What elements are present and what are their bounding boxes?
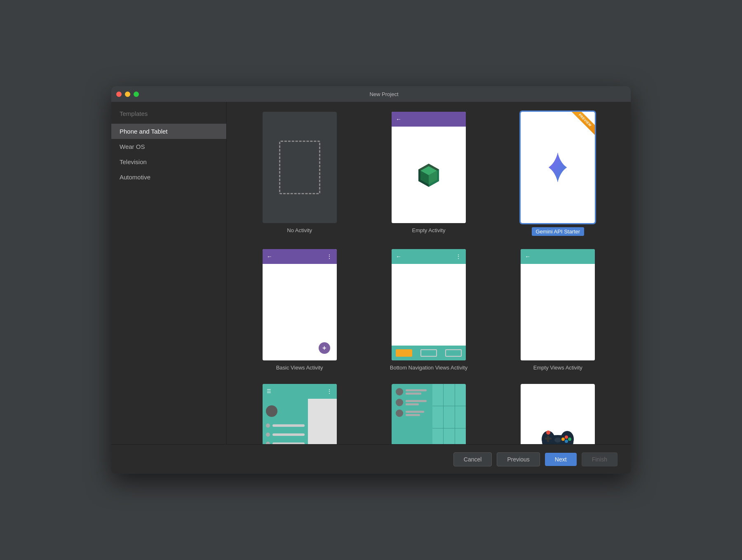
minimize-button[interactable]	[125, 92, 130, 97]
svg-point-15	[565, 435, 568, 439]
template-nav-drawer-activity[interactable]: ☰ ⋮	[240, 384, 359, 444]
drawer-row-1	[266, 424, 305, 428]
svg-point-18	[561, 438, 565, 441]
previous-button[interactable]: Previous	[497, 452, 540, 466]
dialog-footer: Cancel Previous Next Finish	[111, 444, 631, 474]
back-arrow-icon: ←	[396, 116, 402, 122]
drawer-item-label	[272, 442, 305, 444]
svg-rect-14	[547, 435, 549, 442]
svg-point-16	[568, 438, 571, 441]
maximize-button[interactable]	[134, 92, 139, 97]
drawer-item-label	[272, 424, 305, 427]
templates-grid: No Activity ←	[227, 102, 631, 444]
overflow-menu-icon: ⋮	[456, 253, 462, 260]
app-bar-teal: ←	[521, 249, 595, 264]
sidebar-item-automotive[interactable]: Automotive	[111, 169, 226, 185]
app-bar-purple: ←	[392, 112, 466, 127]
drawer-content	[263, 399, 337, 444]
cancel-button[interactable]: Cancel	[453, 452, 492, 466]
gamepad-icon	[539, 427, 576, 444]
template-preview-responsive	[392, 384, 466, 444]
drawer-item-icon	[266, 442, 270, 444]
drawer-avatar	[266, 405, 277, 417]
app-content	[392, 127, 466, 223]
bottom-nav-item-1	[396, 349, 412, 357]
main-content: No Activity ←	[227, 102, 631, 444]
preview-badge: PREVIEW	[566, 112, 595, 141]
drawer-row-3	[266, 442, 305, 444]
sidebar-item-wear-os[interactable]: Wear OS	[111, 139, 226, 154]
back-arrow-icon: ←	[396, 253, 402, 260]
template-basic-views-activity[interactable]: ← ⋮ + Basic Views Activity	[240, 249, 359, 371]
drawer-panel	[263, 399, 308, 444]
template-preview-empty-views: ←	[521, 249, 595, 360]
template-label-empty-activity: Empty Activity	[412, 227, 446, 233]
template-label-no-activity: No Activity	[287, 227, 312, 233]
template-no-activity[interactable]: No Activity	[240, 112, 359, 236]
template-empty-activity[interactable]: ←	[369, 112, 488, 236]
template-empty-views-activity[interactable]: ← Empty Views Activity	[498, 249, 618, 371]
template-preview-basic-views: ← ⋮ +	[263, 249, 337, 360]
template-preview-no-activity	[263, 112, 337, 223]
overflow-menu-icon: ⋮	[326, 388, 333, 395]
template-gemini-api-starter[interactable]: PREVIEW Gemini API Starter	[498, 112, 618, 236]
drawer-item-icon	[266, 433, 270, 437]
drawer-main-content	[308, 399, 337, 444]
drawer-row-2	[266, 433, 305, 437]
svg-point-17	[565, 440, 568, 443]
sidebar: Templates Phone and Tablet Wear OS Telev…	[111, 102, 227, 444]
close-button[interactable]	[116, 92, 122, 97]
template-preview-game	[521, 384, 595, 444]
template-game-activity[interactable]: Game Activity	[498, 384, 618, 444]
svg-point-20	[546, 431, 550, 435]
template-responsive-activity[interactable]: Responsive Activity	[369, 384, 488, 444]
app-bar-teal: ← ⋮	[392, 249, 466, 264]
dialog-title: New Project	[142, 91, 626, 97]
finish-button[interactable]: Finish	[582, 452, 618, 466]
back-arrow-icon: ←	[525, 253, 531, 260]
hamburger-icon: ☰	[267, 388, 271, 394]
sidebar-item-phone-tablet[interactable]: Phone and Tablet	[111, 124, 226, 139]
svg-point-19	[554, 438, 561, 442]
bottom-nav-item-3	[445, 349, 462, 357]
dialog-content: Templates Phone and Tablet Wear OS Telev…	[111, 102, 631, 444]
template-label-basic-views: Basic Views Activity	[276, 365, 323, 371]
android-cube-icon	[414, 160, 443, 189]
template-label-bottom-nav: Bottom Navigation Views Activity	[390, 365, 467, 371]
template-label-empty-views: Empty Views Activity	[533, 365, 582, 371]
titlebar: New Project	[111, 86, 631, 102]
next-button[interactable]: Next	[545, 453, 577, 466]
template-preview-bottom-nav: ← ⋮	[392, 249, 466, 360]
drawer-item-label	[272, 433, 305, 436]
fab-button: +	[319, 342, 330, 354]
overflow-menu-icon: ⋮	[326, 253, 333, 260]
template-preview-nav-drawer: ☰ ⋮	[263, 384, 337, 444]
bottom-nav-bar	[392, 346, 466, 360]
preview-badge-text: PREVIEW	[570, 112, 595, 135]
gemini-star-icon	[541, 151, 574, 184]
new-project-dialog: New Project Templates Phone and Tablet W…	[111, 86, 631, 474]
bottom-nav-item-2	[420, 349, 437, 357]
sidebar-item-television[interactable]: Television	[111, 154, 226, 169]
dashed-rectangle	[279, 141, 320, 194]
template-preview-empty-activity: ←	[392, 112, 466, 223]
drawer-item-icon	[266, 424, 270, 428]
sidebar-header: Templates	[111, 110, 226, 124]
app-bar: ☰ ⋮	[263, 384, 337, 399]
back-arrow-icon: ←	[267, 253, 272, 260]
template-preview-gemini: PREVIEW	[521, 112, 595, 223]
template-bottom-nav-activity[interactable]: ← ⋮ Bottom Navigation Views Activity	[369, 249, 488, 371]
app-bar: ← ⋮	[263, 249, 337, 264]
template-label-gemini: Gemini API Starter	[532, 227, 585, 236]
